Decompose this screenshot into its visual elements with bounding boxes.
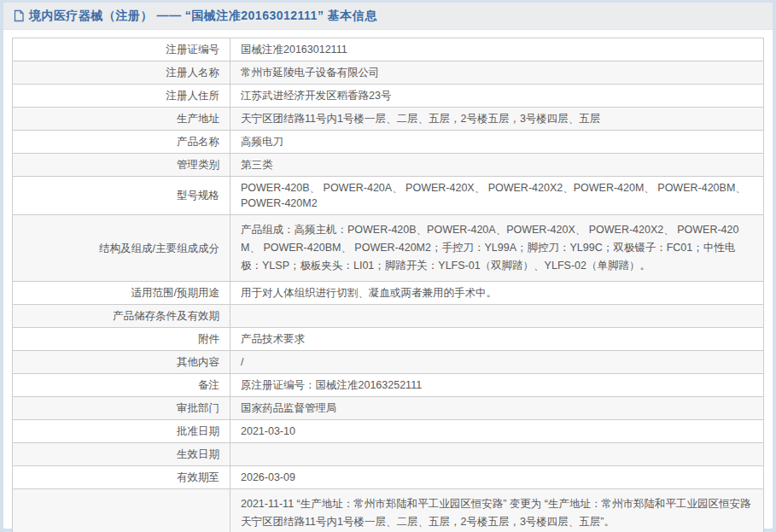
row-label-text: 适用范围/预期用途 [131,287,219,299]
table-row: 产品储存条件及有效期 [13,305,764,328]
row-value-text: POWER-420B、 POWER-420A、 POWER-420X、 POWE… [241,182,746,209]
row-value: / [230,351,764,374]
table-row: 有效期至2026-03-09 [13,466,764,489]
title-bar: 境内医疗器械（注册） —— “国械注准20163012111” 基本信息 [3,3,773,30]
row-label: 有效期至 [13,466,230,489]
basic-info-table: 注册证编号国械注准20163012111注册人名称常州市延陵电子设备有限公司注册… [12,38,764,532]
row-value-text: 江苏武进经济开发区稻香路23号 [241,90,391,102]
table-row: 生产地址天宁区团结路11号内1号楼一层、二层、五层，2号楼五层，3号楼四层、五层 [13,108,764,131]
row-label-text: 审批部门 [177,402,219,414]
table-row: 生效日期 [13,443,764,466]
row-label-text: 生效日期 [177,448,219,460]
row-value [230,443,764,466]
table-row: 结构及组成/主要组成成分产品组成：高频主机：POWER-420B、POWER-4… [13,215,764,282]
row-value: 用于对人体组织进行切割、凝血或两者兼用的手术中。 [230,282,764,305]
row-value: 国械注准20163012111 [230,38,764,61]
row-label: 备注 [13,374,230,397]
row-label-text: 产品储存条件及有效期 [113,310,219,322]
row-label: 结构及组成/主要组成成分 [13,215,230,282]
table-row: 注册人名称常州市延陵电子设备有限公司 [13,61,764,85]
row-label: 变更情况 [13,489,230,532]
row-label: 适用范围/预期用途 [13,282,230,305]
row-value-text: 2021-11-11 “生产地址：常州市郑陆和平工业园区恒安路” 变更为 “生产… [241,498,751,532]
row-value: 天宁区团结路11号内1号楼一层、二层、五层，2号楼五层，3号楼四层、五层 [230,108,764,131]
row-value: 2026-03-09 [230,466,764,489]
row-value-text: 产品组成：高频主机：POWER-420B、POWER-420A、POWER-42… [241,224,738,272]
content-panel: 境内医疗器械（注册） —— “国械注准20163012111” 基本信息 注册证… [3,3,773,529]
row-label-text: 生产地址 [177,113,219,125]
table-row: 注册人住所江苏武进经济开发区稻香路23号 [13,85,764,108]
row-label: 生效日期 [13,443,230,466]
row-label: 管理类别 [13,154,230,177]
row-label-text: 附件 [198,333,219,345]
table-row: 备注原注册证编号：国械注准20163252111 [13,374,764,397]
row-value: 产品组成：高频主机：POWER-420B、POWER-420A、POWER-42… [230,215,764,282]
row-label-text: 结构及组成/主要组成成分 [99,243,219,254]
row-label: 注册证编号 [13,38,230,61]
table-row: 审批部门国家药品监督管理局 [13,397,764,420]
table-row: 附件产品技术要求 [13,328,764,351]
row-label-text: 型号规格 [177,190,219,202]
table-row: 产品名称高频电刀 [13,131,764,154]
table-row: 其他内容/ [13,351,764,374]
row-label-text: 注册人住所 [166,90,220,102]
row-value-text: 天宁区团结路11号内1号楼一层、二层、五层，2号楼五层，3号楼四层、五层 [241,113,600,125]
row-value-text: 2026-03-09 [241,471,295,483]
row-value: 常州市延陵电子设备有限公司 [230,61,764,85]
row-value-text: 产品技术要求 [241,333,305,345]
table-row: 适用范围/预期用途用于对人体组织进行切割、凝血或两者兼用的手术中。 [13,282,764,305]
row-label-text: 注册证编号 [166,44,220,56]
row-label: 附件 [13,328,230,351]
row-value-text: 用于对人体组织进行切割、凝血或两者兼用的手术中。 [241,287,497,299]
row-value: 2021-11-11 “生产地址：常州市郑陆和平工业园区恒安路” 变更为 “生产… [230,489,764,532]
row-value-text: 国械注准20163012111 [241,44,347,56]
row-label: 审批部门 [13,397,230,420]
row-value: 高频电刀 [230,131,764,154]
row-value: 第三类 [230,154,764,177]
row-label: 产品名称 [13,131,230,154]
row-label: 注册人名称 [13,61,230,85]
row-label-text: 注册人名称 [166,67,220,79]
row-label-text: 管理类别 [177,159,219,171]
row-value: 原注册证编号：国械注准20163252111 [230,374,764,397]
row-label-text: 有效期至 [177,471,219,483]
row-value: 2021-03-10 [230,420,764,443]
row-value-text: 2021-03-10 [241,425,295,437]
row-label: 产品储存条件及有效期 [13,305,230,328]
row-value-text: 原注册证编号：国械注准20163252111 [241,379,422,391]
row-label: 生产地址 [13,108,230,131]
row-value [230,305,764,328]
page-title: 境内医疗器械（注册） —— “国械注准20163012111” 基本信息 [29,9,377,24]
row-label: 批准日期 [13,420,230,443]
row-label: 注册人住所 [13,85,230,108]
table-row: 管理类别第三类 [13,154,764,177]
row-value-text: 第三类 [241,159,273,171]
row-value: 产品技术要求 [230,328,764,351]
row-value: POWER-420B、 POWER-420A、 POWER-420X、 POWE… [230,177,764,215]
table-row: 注册证编号国械注准20163012111 [13,38,764,61]
row-label-text: 产品名称 [177,136,219,148]
document-icon [13,9,25,22]
row-value: 江苏武进经济开发区稻香路23号 [230,85,764,108]
row-label-text: 批准日期 [177,425,219,437]
row-label-text: 备注 [198,379,219,391]
row-label-text: 其他内容 [177,356,219,368]
table-row: 型号规格POWER-420B、 POWER-420A、 POWER-420X、 … [13,177,764,215]
row-value-text: / [241,356,243,368]
row-value: 国家药品监督管理局 [230,397,764,420]
row-label: 型号规格 [13,177,230,215]
table-row: 批准日期2021-03-10 [13,420,764,443]
row-value-text: 高频电刀 [241,136,283,148]
row-value-text: 常州市延陵电子设备有限公司 [241,67,380,79]
table-row: 变更情况2021-11-11 “生产地址：常州市郑陆和平工业园区恒安路” 变更为… [13,489,764,532]
row-value-text: 国家药品监督管理局 [241,402,337,414]
row-label: 其他内容 [13,351,230,374]
